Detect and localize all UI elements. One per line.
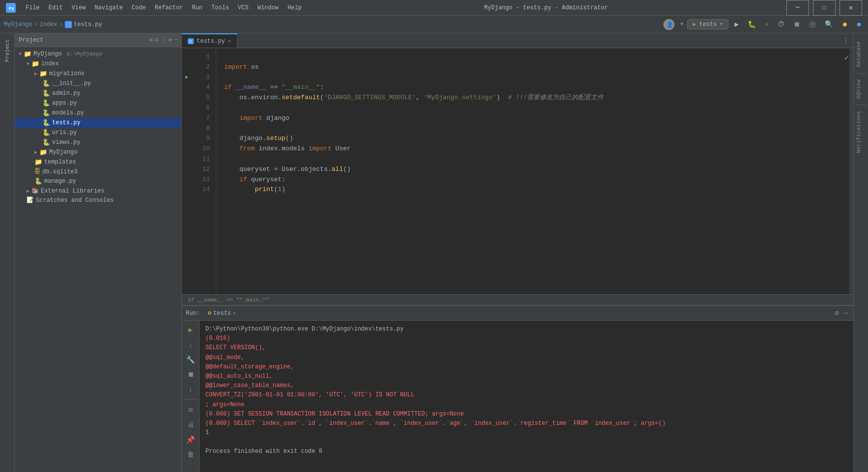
panel-icon-collapse[interactable]: ⊟	[155, 36, 158, 44]
run-print-icon[interactable]: 🖨	[185, 419, 196, 431]
code-line-2	[224, 74, 228, 81]
menu-vcs[interactable]: VCS	[234, 3, 253, 13]
run-scroll-icon[interactable]: ↕	[186, 384, 194, 395]
tab-close-button[interactable]: ✕	[228, 38, 231, 44]
tree-scratches[interactable]: 📝 Scratches and Consoles	[15, 195, 181, 205]
tree-urls-py[interactable]: 🐍 urls.py	[15, 128, 181, 138]
menu-file[interactable]: File	[22, 3, 44, 13]
tree-external-libs[interactable]: ▶ 📚 External Libraries	[15, 186, 181, 195]
user-yellow-icon[interactable]: ●	[839, 18, 850, 31]
panel-icon-dots[interactable]: ⋮	[161, 36, 167, 44]
tree-admin-py[interactable]: 🐍 admin.py	[15, 88, 181, 98]
db-file-icon: 🗄	[34, 168, 40, 175]
output-cmd-line: D:\Python\Python38\python.exe D:\MyDjang…	[205, 325, 847, 334]
menu-run[interactable]: Run	[188, 3, 206, 13]
run-arrow-down-icon[interactable]: ↓	[186, 339, 194, 351]
panel-icon-close[interactable]: —	[174, 36, 177, 44]
coverage-button[interactable]: ⚡	[762, 19, 771, 30]
right-tab-database[interactable]: Database	[854, 35, 868, 73]
profile-run-button[interactable]: ⏱	[775, 19, 787, 30]
folder-icon: 📁	[24, 50, 31, 58]
code-line-6: import django	[224, 114, 289, 122]
tree-templates-folder[interactable]: 📁 templates	[15, 157, 181, 167]
menu-refactor[interactable]: Refactor	[151, 3, 187, 13]
left-sidebar: Project	[0, 33, 15, 472]
tree-init-py[interactable]: 🐍 __init__.py	[15, 79, 181, 88]
sidebar-tab-project[interactable]: Project	[2, 35, 12, 66]
tree-db-sqlite3[interactable]: 🗄 db.sqlite3	[15, 167, 181, 176]
menu-navigate[interactable]: Navigate	[90, 3, 127, 13]
run-play-icon[interactable]: ▶	[186, 324, 194, 336]
stop-button[interactable]: ⏹	[791, 19, 803, 30]
python-file-icon: 🐍	[42, 99, 50, 107]
breadcrumb-root[interactable]: MyDjango	[4, 21, 32, 28]
line-num-13: 13	[192, 175, 216, 185]
output-query7: ; args=None	[205, 400, 847, 410]
profile-dropdown-arrow[interactable]: ▼	[680, 22, 683, 27]
run-button[interactable]: ▶	[732, 19, 741, 30]
editor-scrollbar[interactable]	[849, 48, 853, 294]
svg-text:Py: Py	[9, 6, 14, 11]
run-compare-icon[interactable]: ⊟	[186, 404, 194, 416]
run-pin-icon[interactable]: 📌	[184, 434, 197, 446]
maximize-button[interactable]: □	[813, 0, 836, 16]
menu-window[interactable]: Window	[254, 3, 283, 13]
line-num-12: 12	[192, 165, 216, 175]
editor-actions-icon[interactable]: ⋮	[842, 36, 849, 45]
panel-icon-settings[interactable]: ⚙	[169, 36, 172, 44]
output-result5	[205, 438, 847, 447]
run-delete-icon[interactable]: 🗑	[185, 449, 196, 461]
tree-item-label: Scratches and Consoles	[36, 197, 114, 204]
menu-edit[interactable]: Edit	[45, 3, 67, 13]
translate-button[interactable]: ㊉	[807, 19, 818, 30]
run-tab[interactable]: ⚙ tests ✕	[204, 309, 240, 317]
window-title: MyDjango - tests.py - Administrator	[306, 4, 786, 11]
run-panel-header: Run: ⚙ tests ✕ ⚙ —	[182, 306, 853, 321]
code-editor[interactable]: ▶ 1 2 3 4	[182, 48, 853, 294]
gutter-item-3[interactable]: ▶	[182, 73, 192, 83]
code-content[interactable]: import os if __name__ == "__main__": os.…	[216, 48, 853, 294]
tree-models-py[interactable]: 🐍 models.py	[15, 108, 181, 118]
tree-views-py[interactable]: 🐍 views.py	[15, 138, 181, 147]
panel-icon-locate[interactable]: ⊕	[149, 36, 153, 44]
debug-button[interactable]: 🐛	[745, 19, 758, 30]
run-panel: Run: ⚙ tests ✕ ⚙ — ▶ ↓	[182, 305, 853, 472]
run-stop-icon[interactable]: ⏹	[185, 369, 196, 381]
output-result4: 1	[205, 428, 847, 438]
close-button[interactable]: ✕	[839, 0, 862, 16]
run-tab-close[interactable]: ✕	[233, 310, 236, 316]
gutter-item-10	[182, 144, 192, 154]
right-tab-sqview[interactable]: SQView	[854, 74, 868, 105]
output-query3: @@default_storage_engine,	[205, 362, 847, 372]
folder-icon: 📁	[31, 60, 39, 68]
profile-icon[interactable]: 👤	[664, 19, 674, 30]
minimize-button[interactable]: −	[786, 0, 809, 16]
tree-migrations-folder[interactable]: ▶ 📁 migrations	[15, 69, 181, 79]
bookmark-icon[interactable]: ●	[854, 18, 864, 31]
run-settings-icon[interactable]: ⚙	[833, 307, 840, 319]
python-file-icon: 🐍	[42, 139, 50, 146]
svg-text:👤: 👤	[666, 21, 673, 28]
run-wrench-icon[interactable]: 🔧	[184, 354, 197, 366]
tree-manage-py[interactable]: 🐍 manage.py	[15, 176, 181, 186]
tree-tests-py[interactable]: 🐍 tests.py	[15, 118, 181, 128]
menu-help[interactable]: Help	[284, 3, 306, 13]
menu-view[interactable]: View	[68, 3, 90, 13]
run-collapse-icon[interactable]: —	[842, 307, 849, 319]
tree-mydjango-folder[interactable]: ▶ 📁 MyDjango	[15, 147, 181, 157]
chevron-right-icon: ▶	[34, 149, 37, 155]
gutter-item-9	[182, 134, 192, 144]
gutter-item-1	[182, 52, 192, 62]
menu-tools[interactable]: Tools	[207, 3, 233, 13]
tree-root[interactable]: ▼ 📁 MyDjango D:\MyDjango	[15, 49, 181, 59]
editor-tab-tests-py[interactable]: p tests.py ✕	[182, 33, 237, 48]
tree-apps-py[interactable]: 🐍 apps.py	[15, 98, 181, 108]
gutter-item-12	[182, 165, 192, 175]
breadcrumb-index[interactable]: index	[40, 21, 58, 28]
search-button[interactable]: 🔍	[822, 19, 836, 30]
tree-index-folder[interactable]: ▼ 📁 index	[15, 59, 181, 69]
file-icon	[65, 21, 72, 28]
right-tab-notifications[interactable]: Notifications	[854, 105, 868, 159]
menu-code[interactable]: Code	[128, 3, 150, 13]
run-config-selector[interactable]: ▶ tests ▼	[687, 19, 728, 29]
